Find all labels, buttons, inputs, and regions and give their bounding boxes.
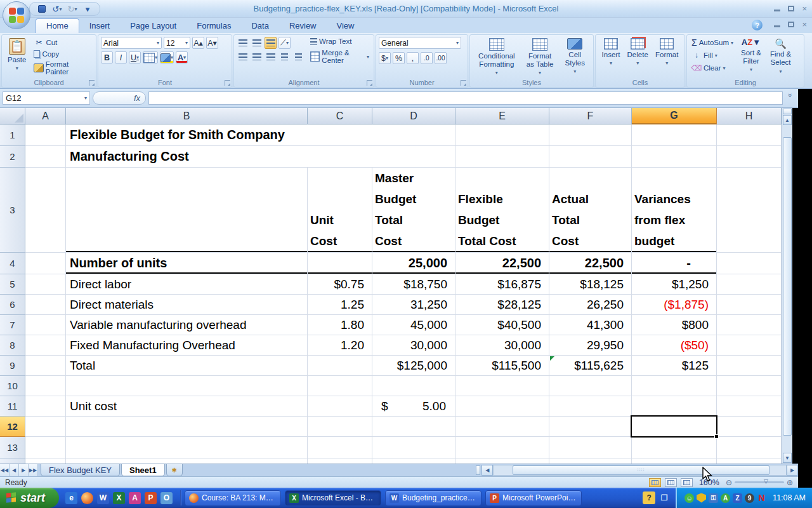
zoom-slider-track[interactable]: ▽ — [735, 481, 784, 483]
comma-style-button[interactable]: , — [407, 52, 419, 64]
office-button[interactable] — [3, 1, 30, 29]
cell-F1[interactable] — [549, 124, 632, 146]
number-format-combo[interactable]: General▾ — [379, 37, 461, 49]
help-button[interactable]: ? — [752, 20, 763, 30]
cell-A3[interactable] — [25, 168, 66, 253]
cell-H5[interactable] — [717, 274, 782, 295]
ribbon-tab-page-layout[interactable]: Page Layout — [120, 19, 187, 33]
ribbon-tab-data[interactable]: Data — [241, 19, 278, 33]
cell-E1[interactable] — [455, 124, 549, 146]
align-left-button[interactable] — [237, 51, 249, 63]
cell-H1[interactable] — [717, 124, 782, 146]
cell-B1[interactable]: Flexible Budget for Smith Company — [66, 124, 455, 146]
cell-H10[interactable] — [717, 376, 782, 396]
top-align-button[interactable] — [237, 37, 249, 49]
cell-D11[interactable]: $5.00 — [372, 396, 455, 417]
scroll-down-button[interactable]: ▼ — [783, 453, 792, 463]
number-dialog-launcher[interactable] — [461, 80, 466, 86]
increase-decimal-button[interactable]: .0 — [421, 52, 433, 64]
prev-sheet-button[interactable]: ◀ — [10, 464, 19, 476]
percent-style-button[interactable]: % — [393, 52, 405, 64]
select-all-corner[interactable] — [0, 108, 25, 124]
row-header-4[interactable]: 4 — [0, 253, 25, 274]
cell-A8[interactable] — [25, 335, 66, 356]
taskbar-window-4[interactable]: PMicrosoft PowerPoint ... — [485, 490, 582, 506]
cell-H6[interactable] — [717, 295, 782, 315]
cell-E5[interactable]: $16,875 — [455, 274, 549, 295]
cell-A13[interactable] — [25, 437, 66, 458]
row-header-7[interactable]: 7 — [0, 315, 25, 335]
row-header-11[interactable]: 11 — [0, 396, 25, 417]
cell-D6[interactable]: 31,250 — [372, 295, 455, 315]
row-header-2[interactable]: 2 — [0, 146, 25, 168]
cell-C10[interactable] — [308, 376, 372, 396]
decrease-decimal-button[interactable]: .00 — [435, 52, 447, 64]
cell-A12[interactable] — [25, 417, 66, 437]
cell-B4[interactable]: Number of units — [66, 253, 308, 274]
next-sheet-button[interactable]: ▶ — [19, 464, 29, 476]
redo-button[interactable]: ↻▾ — [67, 4, 78, 14]
cell-D8[interactable]: 30,000 — [372, 335, 455, 356]
cell-E9[interactable]: $115,500 — [455, 356, 549, 376]
fill-button[interactable]: ↓Fill▾ — [690, 50, 735, 61]
cell-F14[interactable] — [549, 458, 632, 464]
wrap-text-button[interactable]: Wrap Text — [308, 37, 371, 46]
cell-C8[interactable]: 1.20 — [308, 335, 372, 356]
cell-C6[interactable]: 1.25 — [308, 295, 372, 315]
row-header-8[interactable]: 8 — [0, 335, 25, 356]
cell-F4[interactable]: 22,500 — [549, 253, 632, 274]
cut-button[interactable]: ✂Cut — [32, 37, 93, 48]
cell-D7[interactable]: 45,000 — [372, 315, 455, 335]
outlook-quicklaunch-icon[interactable]: O — [160, 492, 173, 504]
cell-F6[interactable]: 26,250 — [549, 295, 632, 315]
row-header-6[interactable]: 6 — [0, 295, 25, 315]
cell-H2[interactable] — [717, 146, 782, 168]
cell-B6[interactable]: Direct materials — [66, 295, 308, 315]
column-header-A[interactable]: A — [25, 108, 66, 124]
first-sheet-button[interactable]: ◀◀ — [0, 464, 10, 476]
autosum-button[interactable]: ΣAutoSum▾ — [690, 37, 735, 48]
cell-G10[interactable] — [632, 376, 717, 396]
middle-align-button[interactable] — [251, 37, 263, 49]
selection-box-G12[interactable] — [631, 415, 717, 438]
cell-D14[interactable] — [372, 458, 455, 464]
cell-H9[interactable] — [717, 356, 782, 376]
cell-C11[interactable] — [308, 396, 372, 417]
row-header-10[interactable]: 10 — [0, 376, 25, 396]
zoom-out-button[interactable]: ⊖ — [726, 478, 732, 487]
cell-D12[interactable] — [372, 417, 455, 437]
borders-button[interactable]: ▾ — [143, 51, 158, 64]
taskbar-window-3[interactable]: WBudgeting_practice-fl... — [385, 490, 481, 506]
scroll-right-button[interactable]: ▶ — [787, 465, 798, 476]
cell-E10[interactable] — [455, 376, 549, 396]
paste-button[interactable]: 📋 Paste▾ — [4, 37, 29, 76]
cell-F11[interactable] — [549, 396, 632, 417]
font-dialog-launcher[interactable] — [225, 80, 230, 86]
column-header-C[interactable]: C — [308, 108, 372, 124]
center-button[interactable] — [251, 51, 263, 63]
cell-E12[interactable] — [455, 417, 549, 437]
cell-H7[interactable] — [717, 315, 782, 335]
ribbon-tab-home[interactable]: Home — [36, 18, 79, 33]
cell-C3[interactable]: Unit Cost — [308, 168, 372, 253]
cell-G3[interactable]: Variances from flex budget — [632, 168, 717, 253]
shield-tray-icon[interactable] — [697, 493, 706, 503]
cell-B2[interactable]: Manufacturing Cost — [66, 146, 455, 168]
cell-E7[interactable]: $40,500 — [455, 315, 549, 335]
restore-button[interactable] — [788, 4, 794, 13]
cell-C13[interactable] — [308, 437, 372, 458]
cell-C14[interactable] — [308, 458, 372, 464]
column-header-G[interactable]: G — [632, 108, 717, 124]
cell-E6[interactable]: $28,125 — [455, 295, 549, 315]
cell-B8[interactable]: Fixed Manufacturing Overhead — [66, 335, 308, 356]
cell-D9[interactable]: $125,000 — [372, 356, 455, 376]
cell-G2[interactable] — [632, 146, 717, 168]
minimize-button[interactable] — [774, 4, 780, 13]
cell-A4[interactable] — [25, 253, 66, 274]
cell-D13[interactable] — [372, 437, 455, 458]
format-painter-button[interactable]: Format Painter — [32, 60, 93, 76]
page-break-view-button[interactable] — [681, 478, 693, 487]
cell-C9[interactable] — [308, 356, 372, 376]
cell-G9[interactable]: $125 — [632, 356, 717, 376]
cell-H14[interactable] — [717, 458, 782, 464]
